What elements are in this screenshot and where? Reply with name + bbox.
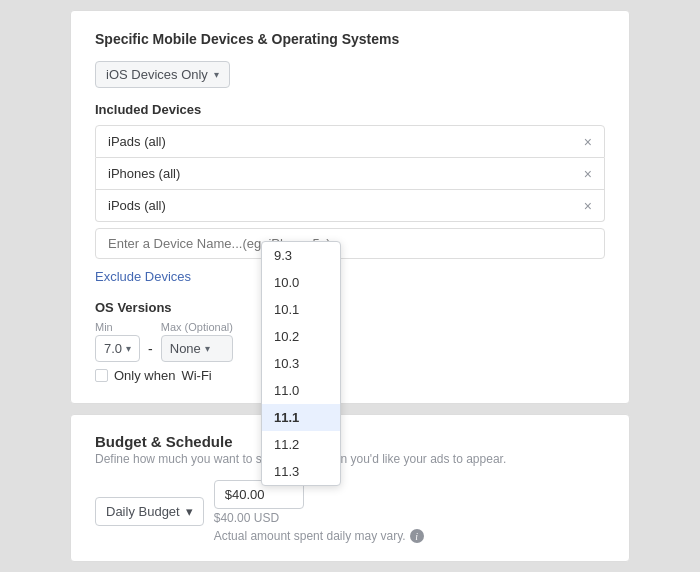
- budget-note-text: Actual amount spent daily may vary.: [214, 529, 406, 543]
- dropdown-item-11-0[interactable]: 11.0: [262, 377, 340, 404]
- min-block: Min 7.0 ▾: [95, 321, 140, 362]
- chevron-down-icon: ▾: [214, 69, 219, 80]
- max-label: Max (Optional): [161, 321, 233, 333]
- section-title: Specific Mobile Devices & Operating Syst…: [95, 31, 605, 47]
- info-icon[interactable]: i: [410, 529, 424, 543]
- budget-card: Budget & Schedule Define how much you wa…: [70, 414, 630, 562]
- chevron-down-icon-max: ▾: [205, 343, 210, 354]
- daily-budget-label: Daily Budget: [106, 504, 180, 519]
- exclude-devices-link[interactable]: Exclude Devices: [95, 269, 191, 284]
- os-version-row: Min 7.0 ▾ - Max (Optional) None ▾: [95, 321, 605, 362]
- chevron-down-icon-min: ▾: [126, 343, 131, 354]
- max-version-value: None: [170, 341, 201, 356]
- dropdown-item-11-1[interactable]: 11.1: [262, 404, 340, 431]
- budget-note: Actual amount spent daily may vary. i: [214, 529, 424, 543]
- dropdown-item-11-2[interactable]: 11.2: [262, 431, 340, 458]
- remove-iphones-button[interactable]: ×: [584, 167, 592, 181]
- dropdown-item-10-2[interactable]: 10.2: [262, 323, 340, 350]
- budget-right: $40.00 USD Actual amount spent daily may…: [214, 480, 424, 543]
- dash-separator: -: [148, 341, 153, 357]
- remove-ipads-button[interactable]: ×: [584, 135, 592, 149]
- min-label: Min: [95, 321, 140, 333]
- devices-card: Specific Mobile Devices & Operating Syst…: [70, 10, 630, 404]
- budget-usd-label: $40.00 USD: [214, 511, 424, 525]
- dropdown-item-9-3[interactable]: 9.3: [262, 242, 340, 269]
- max-version-dropdown[interactable]: None ▾: [161, 335, 233, 362]
- daily-budget-dropdown[interactable]: Daily Budget ▾: [95, 497, 204, 526]
- wifi-row: Only when Wi-Fi: [95, 368, 605, 383]
- device-row-iphones: iPhones (all) ×: [95, 158, 605, 190]
- device-name-input[interactable]: [95, 228, 605, 259]
- dropdown-item-10-0[interactable]: 10.0: [262, 269, 340, 296]
- min-version-dropdown[interactable]: 7.0 ▾: [95, 335, 140, 362]
- device-name-ipads: iPads (all): [108, 134, 166, 149]
- dropdown-item-10-3[interactable]: 10.3: [262, 350, 340, 377]
- chevron-down-icon-budget: ▾: [186, 504, 193, 519]
- min-version-value: 7.0: [104, 341, 122, 356]
- included-devices-label: Included Devices: [95, 102, 605, 117]
- device-name-iphones: iPhones (all): [108, 166, 180, 181]
- wifi-label-prefix: Only when: [114, 368, 175, 383]
- os-versions-label: OS Versions: [95, 300, 605, 315]
- remove-ipods-button[interactable]: ×: [584, 199, 592, 213]
- os-version-dropdown-menu: 9.3 10.0 10.1 10.2 10.3 11.0 11.1 11.2 1…: [261, 241, 341, 486]
- device-list: iPads (all) × iPhones (all) × iPods (all…: [95, 125, 605, 222]
- budget-subtitle-text: Define how much y: [95, 452, 197, 466]
- main-container: Specific Mobile Devices & Operating Syst…: [70, 10, 630, 562]
- ios-filter-dropdown[interactable]: iOS Devices Only ▾: [95, 61, 230, 88]
- device-row-ipods: iPods (all) ×: [95, 190, 605, 222]
- dropdown-item-11-3[interactable]: 11.3: [262, 458, 340, 485]
- budget-title-text: Budget & Sche: [95, 433, 202, 450]
- wifi-label-suffix: Wi-Fi: [181, 368, 211, 383]
- device-row-ipads: iPads (all) ×: [95, 125, 605, 158]
- budget-input-row: Daily Budget ▾ $40.00 USD Actual amount …: [95, 480, 605, 543]
- ios-filter-label: iOS Devices Only: [106, 67, 208, 82]
- dropdown-item-10-1[interactable]: 10.1: [262, 296, 340, 323]
- max-block: Max (Optional) None ▾: [161, 321, 233, 362]
- device-name-ipods: iPods (all): [108, 198, 166, 213]
- wifi-checkbox[interactable]: [95, 369, 108, 382]
- budget-section-title: Budget & Schedule: [95, 433, 605, 450]
- budget-subtitle: Define how much you want to spend, and w…: [95, 452, 605, 466]
